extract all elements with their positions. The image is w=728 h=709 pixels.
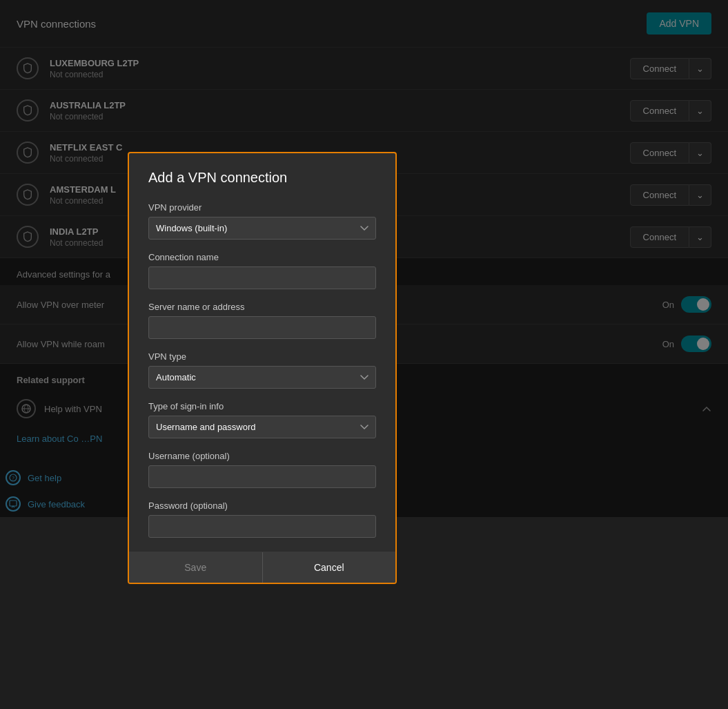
vpn-type-label: VPN type: [148, 351, 376, 362]
password-input[interactable]: [148, 515, 376, 538]
main-content: VPN connections Add VPN LUXEMBOURG L2TP …: [0, 0, 728, 517]
modal-title: Add a VPN connection: [148, 170, 376, 186]
username-group: Username (optional): [148, 451, 376, 488]
vpn-type-group: VPN type Automatic L2TP/IPsec PPTP SSTP …: [148, 351, 376, 389]
sign-in-type-group: Type of sign-in info Username and passwo…: [148, 401, 376, 438]
add-vpn-modal: Add a VPN connection VPN provider Window…: [128, 152, 397, 584]
password-label: Password (optional): [148, 501, 376, 511]
modal-overlay: Add a VPN connection VPN provider Window…: [0, 0, 728, 517]
connection-name-group: Connection name: [148, 252, 376, 289]
modal-body: Add a VPN connection VPN provider Window…: [129, 153, 395, 538]
cancel-button[interactable]: Cancel: [263, 552, 396, 583]
vpn-provider-group: VPN provider Windows (built-in): [148, 202, 376, 240]
save-button[interactable]: Save: [129, 552, 263, 583]
connection-name-label: Connection name: [148, 252, 376, 262]
vpn-type-select[interactable]: Automatic L2TP/IPsec PPTP SSTP IKEv2: [148, 366, 376, 389]
sign-in-type-select[interactable]: Username and password Certificate Smart …: [148, 416, 376, 438]
vpn-provider-select[interactable]: Windows (built-in): [148, 217, 376, 240]
server-name-label: Server name or address: [148, 302, 376, 312]
username-label: Username (optional): [148, 451, 376, 461]
server-name-input[interactable]: [148, 316, 376, 339]
connection-name-input[interactable]: [148, 266, 376, 289]
password-group: Password (optional): [148, 501, 376, 538]
modal-footer: Save Cancel: [129, 552, 395, 583]
vpn-provider-label: VPN provider: [148, 202, 376, 213]
server-name-group: Server name or address: [148, 302, 376, 339]
sign-in-type-label: Type of sign-in info: [148, 401, 376, 411]
username-input[interactable]: [148, 465, 376, 488]
